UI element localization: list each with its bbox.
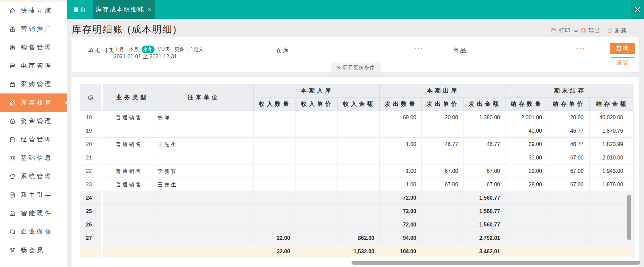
svg-text:新: 新 [11, 193, 14, 197]
